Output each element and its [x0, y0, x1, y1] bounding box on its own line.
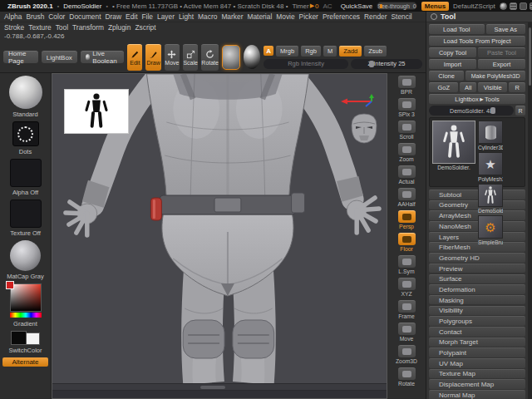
sphere-icon[interactable]	[500, 2, 507, 10]
right-shelf-button[interactable]: Persp	[398, 210, 416, 229]
right-shelf-button[interactable]: Floor	[398, 233, 416, 252]
active-tool-image[interactable]	[432, 121, 475, 164]
restore-button[interactable]: R	[515, 106, 525, 116]
menu-item[interactable]: Alpha	[4, 12, 22, 21]
subpalette-header[interactable]: Layers	[429, 232, 525, 242]
save-as-button[interactable]: Save As	[486, 24, 526, 34]
menu-item[interactable]: Document	[69, 12, 101, 21]
scrollbar-thumb[interactable]	[529, 27, 531, 86]
slider-handle[interactable]	[490, 107, 495, 114]
menu-item[interactable]: Light	[179, 12, 194, 21]
goz-button[interactable]: GoZ	[429, 82, 458, 92]
right-shelf-button[interactable]: Move	[398, 323, 416, 342]
menu-item[interactable]: Material	[247, 12, 272, 21]
quicksave-button[interactable]: QuickSave	[341, 2, 373, 10]
right-shelf-button-icon[interactable]	[398, 165, 416, 178]
tool-thumbnail-simplebrush[interactable]: ⚙ SimpleBrush	[478, 215, 503, 245]
home-page-button[interactable]: Home Page	[3, 51, 38, 63]
subpalette-header[interactable]: Deformation	[429, 284, 525, 294]
document-icon[interactable]	[520, 2, 527, 10]
all-button[interactable]: All	[460, 82, 476, 92]
menu-item[interactable]: Marker	[221, 12, 243, 21]
slider-handle[interactable]	[380, 4, 382, 8]
menu-item[interactable]: Edit	[126, 12, 137, 21]
m-button[interactable]: M	[323, 46, 337, 57]
subpalette-header[interactable]: Geometry HD	[429, 253, 525, 263]
menu-item[interactable]: File	[141, 12, 153, 21]
draw-button[interactable]: Draw	[145, 44, 160, 71]
menu-item[interactable]: Transform	[72, 23, 104, 32]
subpalette-header[interactable]: UV Map	[429, 358, 525, 368]
subpalette-header[interactable]: Geometry	[429, 200, 525, 210]
menu-item[interactable]: Color	[48, 12, 65, 21]
tool-thumbnail-cylinder3d[interactable]: Cylinder3D	[478, 121, 503, 150]
menu-item[interactable]: Picker	[299, 12, 318, 21]
subpalette-header[interactable]: Displacement Map	[429, 379, 525, 389]
timer-control[interactable]: Timer▶0	[293, 2, 319, 10]
menu-item[interactable]: Movie	[276, 12, 294, 21]
scale-button[interactable]: Scale	[183, 44, 198, 71]
load-tool-button[interactable]: Load Tool	[429, 24, 485, 34]
menu-item[interactable]: Stencil	[392, 12, 412, 21]
right-shelf-button-icon[interactable]	[398, 345, 416, 357]
visible-button[interactable]: Visible	[478, 82, 507, 92]
tool-palette-scrollbar[interactable]	[528, 22, 532, 399]
right-shelf-button[interactable]: BPR	[398, 76, 416, 95]
subpalette-header[interactable]: Masking	[429, 295, 525, 305]
zsub-button[interactable]: Zsub	[364, 46, 387, 57]
right-shelf-button[interactable]: AAHalf	[397, 188, 415, 207]
menu-item[interactable]: Render	[364, 12, 387, 21]
layout-icon[interactable]	[510, 2, 517, 10]
subpalette-header[interactable]: Subtool	[429, 190, 525, 200]
current-material-sphere[interactable]	[244, 45, 260, 69]
import-button[interactable]: Import	[429, 59, 476, 69]
right-shelf-button-icon[interactable]	[398, 300, 416, 313]
lightbox-button[interactable]: LightBox	[42, 51, 77, 63]
subpalette-header[interactable]: Normal Map	[429, 390, 525, 399]
menu-item[interactable]: Preferences	[323, 12, 360, 21]
saturation-value-square[interactable]	[10, 283, 42, 312]
clone-button[interactable]: Clone	[429, 71, 464, 81]
menu-item[interactable]: Tool	[56, 23, 68, 32]
export-button[interactable]: Export	[478, 59, 525, 69]
subpalette-header[interactable]: Visibility	[429, 306, 525, 316]
right-shelf-button-icon[interactable]	[398, 367, 416, 380]
live-boolean-button[interactable]: Live Boolean	[81, 51, 124, 63]
active-tool-slider[interactable]: DemoSoldier. 48	[429, 106, 514, 116]
viewport-canvas[interactable]	[52, 73, 387, 399]
paste-tool-button[interactable]: Paste Tool	[478, 47, 525, 57]
right-shelf-button-icon[interactable]	[398, 233, 416, 245]
copy-tool-button[interactable]: Copy Tool	[429, 47, 476, 57]
current-material-matcap[interactable]	[10, 240, 41, 271]
right-shelf-button[interactable]: SPix 3	[398, 98, 416, 117]
menu-item[interactable]: Zplugin	[108, 23, 131, 32]
subpalette-header[interactable]: FiberMesh	[429, 242, 525, 252]
lightbox-tools-button[interactable]: Lightbox►Tools	[429, 94, 525, 104]
auto-badge[interactable]: A	[264, 46, 273, 56]
right-shelf-button-icon[interactable]	[398, 188, 416, 200]
primary-color-swatch[interactable]	[11, 331, 27, 345]
right-shelf-button[interactable]: Zoom3D	[396, 345, 417, 364]
rgb-button[interactable]: Rgb	[301, 46, 321, 57]
hue-strip[interactable]	[10, 313, 42, 318]
right-shelf-button-icon[interactable]	[398, 323, 416, 335]
right-shelf-button[interactable]: Frame	[398, 300, 416, 319]
subpalette-header[interactable]: ArrayMesh	[429, 210, 525, 220]
subpalette-header[interactable]: NanoMesh	[429, 221, 525, 231]
edit-button[interactable]: Edit	[127, 44, 142, 71]
menu-item[interactable]: Macro	[198, 12, 217, 21]
menu-item[interactable]: Zscript	[135, 23, 155, 32]
zadd-button[interactable]: Zadd	[339, 46, 362, 57]
see-through-slider[interactable]: See-through 0	[377, 2, 416, 10]
rgb-intensity-slider[interactable]: Rgb Intensity	[264, 59, 348, 69]
current-texture-thumbnail[interactable]	[10, 200, 42, 228]
current-brush-thumbnail[interactable]	[222, 45, 240, 70]
right-shelf-button[interactable]: Zoom	[398, 143, 416, 162]
subpalette-header[interactable]: Polypaint	[429, 347, 525, 357]
current-brush-standard[interactable]	[9, 76, 42, 109]
right-shelf-button-icon[interactable]	[398, 121, 416, 133]
right-shelf-button-icon[interactable]	[398, 143, 416, 155]
right-shelf-button[interactable]: XYZ	[398, 278, 416, 297]
right-shelf-button[interactable]: Actual	[398, 165, 416, 185]
r-button[interactable]: R	[509, 82, 525, 92]
